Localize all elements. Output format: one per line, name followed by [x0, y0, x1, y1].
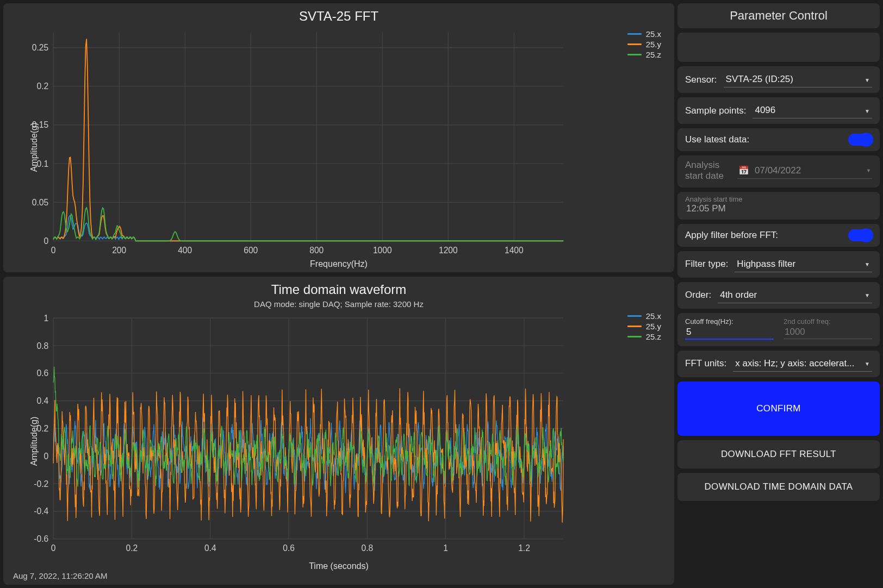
- svg-text:-0.2: -0.2: [34, 479, 48, 489]
- svg-text:1: 1: [44, 314, 49, 323]
- time-title: Time domain waveform: [11, 282, 667, 297]
- sample-row: Sample points: 4096: [677, 97, 880, 124]
- sensor-select[interactable]: SVTA-25 (ID:25): [724, 72, 872, 87]
- start-date-label: Analysis start date: [685, 160, 730, 182]
- time-subtitle: DAQ mode: single DAQ; Sample rate: 3200 …: [11, 299, 667, 309]
- fft-panel: SVTA-25 FFT 25.x 25.y 25.z 0200400600800…: [3, 3, 674, 272]
- latest-row: Use latest data:: [677, 128, 880, 151]
- svg-text:0.25: 0.25: [32, 43, 49, 52]
- svg-text:0.2: 0.2: [126, 543, 138, 553]
- sample-label: Sample points:: [685, 105, 746, 116]
- start-date-row: Analysis start date 📅 07/04/2022: [677, 155, 880, 187]
- start-date-value: 07/04/2022: [755, 165, 801, 176]
- fft-ylabel: Amplitude(g): [29, 122, 39, 172]
- svg-text:1000: 1000: [373, 246, 392, 255]
- sensor-label: Sensor:: [685, 74, 717, 85]
- cutoff-col[interactable]: Cutoff freq(Hz): 5: [685, 317, 774, 340]
- order-label: Order:: [685, 290, 711, 301]
- cutoff-row: Cutoff freq(Hz): 5 2nd cutoff freq: 1000: [677, 313, 880, 346]
- fft-units-select[interactable]: x axis: Hz; y axis: accelerat...: [733, 356, 872, 372]
- sample-value: 4096: [753, 103, 872, 118]
- svg-text:1: 1: [443, 543, 448, 553]
- svg-text:0.05: 0.05: [32, 198, 49, 207]
- order-row: Order: 4th order: [677, 282, 880, 309]
- filter-type-select[interactable]: Highpass filter: [735, 257, 872, 272]
- apply-filter-toggle[interactable]: [848, 229, 872, 241]
- cutoff-label: Cutoff freq(Hz):: [685, 317, 774, 326]
- svg-text:0: 0: [44, 236, 49, 246]
- fft-title: SVTA-25 FFT: [11, 9, 667, 24]
- order-select[interactable]: 4th order: [718, 287, 872, 303]
- svg-text:0: 0: [51, 246, 56, 255]
- svg-text:0.8: 0.8: [362, 543, 374, 553]
- filter-type-label: Filter type:: [685, 259, 728, 270]
- time-xlabel: Time (seconds): [309, 561, 369, 571]
- svg-text:0: 0: [44, 452, 49, 461]
- apply-filter-row: Apply filter before FFT:: [677, 224, 880, 247]
- download-time-button[interactable]: DOWNLOAD TIME DOMAIN DATA: [677, 473, 880, 501]
- svg-text:0.8: 0.8: [36, 341, 48, 351]
- sidebar-blank: [677, 33, 880, 62]
- latest-toggle[interactable]: [848, 134, 872, 146]
- fft-plot[interactable]: 020040060080010001200140000.050.10.150.2…: [11, 26, 667, 268]
- time-ylabel: Amplitude(g): [29, 416, 39, 466]
- svg-text:800: 800: [309, 246, 324, 255]
- sidebar-title: Parameter Control: [677, 3, 880, 28]
- svg-text:400: 400: [178, 246, 192, 255]
- sidebar: Parameter Control Sensor: SVTA-25 (ID:25…: [677, 0, 883, 588]
- fft-xlabel: Frequency(Hz): [310, 259, 368, 269]
- main-column: SVTA-25 FFT 25.x 25.y 25.z 0200400600800…: [0, 0, 677, 588]
- svg-text:1400: 1400: [505, 246, 524, 255]
- start-date-field[interactable]: 📅 07/04/2022: [737, 163, 872, 179]
- latest-label: Use latest data:: [685, 134, 749, 145]
- sensor-value: SVTA-25 (ID:25): [724, 72, 872, 87]
- svg-text:0.6: 0.6: [36, 369, 48, 378]
- sensor-row: Sensor: SVTA-25 (ID:25): [677, 66, 880, 93]
- start-time-value: 12:05 PM: [685, 203, 872, 214]
- svg-text:-0.6: -0.6: [34, 534, 48, 543]
- svg-text:0.2: 0.2: [36, 82, 48, 91]
- filter-type-row: Filter type: Highpass filter: [677, 251, 880, 278]
- order-value: 4th order: [718, 287, 872, 303]
- timestamp: Aug 7, 2022, 11:26:20 AM: [11, 570, 667, 580]
- apply-filter-label: Apply filter before FFT:: [685, 230, 778, 241]
- cutoff2-label: 2nd cutoff freq:: [783, 317, 872, 326]
- start-time-label: Analysis start time: [685, 195, 872, 203]
- svg-text:200: 200: [112, 246, 126, 255]
- start-time-row[interactable]: Analysis start time 12:05 PM: [677, 192, 880, 220]
- fft-units-label: FFT units:: [685, 358, 726, 369]
- svg-text:1200: 1200: [439, 246, 458, 255]
- svg-text:0.6: 0.6: [283, 543, 295, 553]
- sample-select[interactable]: 4096: [753, 103, 872, 118]
- svg-text:0.4: 0.4: [36, 396, 48, 405]
- confirm-button[interactable]: CONFIRM: [677, 381, 880, 436]
- download-fft-button[interactable]: DOWNLOAD FFT RESULT: [677, 440, 880, 468]
- cutoff2-value: 1000: [783, 326, 872, 339]
- fft-units-row: FFT units: x axis: Hz; y axis: accelerat…: [677, 351, 880, 377]
- time-panel: Time domain waveform DAQ mode: single DA…: [3, 277, 674, 585]
- svg-text:1.2: 1.2: [518, 543, 530, 553]
- cutoff2-col: 2nd cutoff freq: 1000: [783, 317, 872, 340]
- fft-units-value: x axis: Hz; y axis: accelerat...: [733, 356, 872, 372]
- filter-type-value: Highpass filter: [735, 257, 872, 272]
- svg-text:-0.4: -0.4: [34, 507, 48, 516]
- time-plot[interactable]: 00.20.40.60.811.2-0.6-0.4-0.200.20.40.60…: [11, 312, 667, 570]
- cutoff-value: 5: [685, 326, 774, 340]
- svg-text:0.4: 0.4: [204, 543, 216, 553]
- calendar-icon: 📅: [738, 165, 749, 176]
- svg-text:0: 0: [51, 543, 56, 553]
- svg-text:600: 600: [244, 246, 258, 255]
